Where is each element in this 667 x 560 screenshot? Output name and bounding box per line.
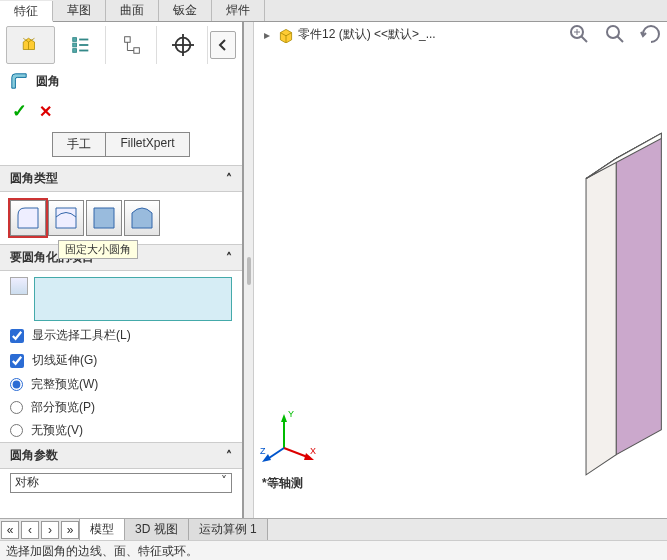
show-toolbar-label: 显示选择工具栏(L): [32, 327, 131, 344]
full-preview-radio[interactable]: [10, 378, 23, 391]
tab-features[interactable]: 特征: [0, 1, 53, 22]
section-params-label: 圆角参数: [10, 447, 58, 464]
tab-scroll-last[interactable]: »: [61, 521, 79, 539]
orientation-triad[interactable]: Y X Z: [260, 404, 320, 464]
breadcrumb-part-label[interactable]: 零件12 (默认) <<默认>_...: [298, 26, 436, 43]
svg-rect-7: [134, 48, 140, 54]
part-icon: [278, 27, 294, 43]
section-fillet-type-label: 圆角类型: [10, 170, 58, 187]
show-toolbar-checkbox[interactable]: [10, 329, 24, 343]
tab-weldment[interactable]: 焊件: [212, 0, 265, 21]
feature-title: 圆角: [36, 73, 60, 90]
symmetric-value: 对称: [15, 475, 39, 489]
svg-text:Z: Z: [260, 446, 266, 456]
fillet-type-row: [0, 192, 242, 244]
tab-sketch[interactable]: 草图: [53, 0, 106, 21]
feature-tree-icon: [21, 36, 39, 54]
crosshair-icon: [172, 34, 194, 56]
bottom-tabs: « ‹ › » 模型 3D 视图 运动算例 1: [0, 518, 667, 540]
zoom-fit-icon[interactable]: [567, 22, 591, 46]
svg-marker-23: [281, 414, 287, 422]
feature-title-row: 圆角: [0, 68, 242, 94]
zoom-area-icon[interactable]: [603, 22, 627, 46]
symmetric-row: 对称 ˅: [0, 469, 242, 497]
command-manager-tabs: 特征 草图 曲面 钣金 焊件: [0, 0, 667, 22]
chevron-down-icon: ˅: [221, 474, 227, 488]
svg-marker-18: [586, 158, 616, 474]
svg-text:X: X: [310, 446, 316, 456]
tab-surface[interactable]: 曲面: [106, 0, 159, 21]
collapse-icon[interactable]: ˄: [226, 172, 232, 186]
panel-tab-row: [0, 22, 242, 68]
manual-mode-button[interactable]: 手工: [52, 132, 105, 157]
breadcrumb-back-icon[interactable]: ▸: [260, 28, 274, 42]
tooltip: 固定大小圆角: [58, 240, 138, 259]
panel-scroll-button[interactable]: [210, 31, 236, 59]
no-preview-label: 无预览(V): [31, 422, 83, 439]
property-tab[interactable]: [57, 26, 106, 64]
tangent-label: 切线延伸(G): [32, 352, 97, 369]
collapse-icon[interactable]: ˄: [226, 251, 232, 265]
view-tools: [567, 22, 663, 46]
hierarchy-icon: [121, 34, 143, 56]
view-orientation-label: *等轴测: [262, 475, 303, 492]
partial-preview-row[interactable]: 部分预览(P): [0, 396, 242, 419]
grip-icon: [247, 257, 251, 285]
rotate-view-icon[interactable]: [639, 22, 663, 46]
section-params[interactable]: 圆角参数 ˄: [0, 442, 242, 469]
no-preview-row[interactable]: 无预览(V): [0, 419, 242, 442]
svg-line-12: [581, 36, 587, 42]
tab-sheetmetal[interactable]: 钣金: [159, 0, 212, 21]
bottom-tab-3dview[interactable]: 3D 视图: [124, 518, 189, 541]
list-icon: [70, 34, 92, 56]
selection-filter-icon[interactable]: [10, 277, 28, 295]
svg-text:Y: Y: [288, 409, 294, 419]
section-fillet-type[interactable]: 圆角类型 ˄: [0, 165, 242, 192]
tab-scroll-next[interactable]: ›: [41, 521, 59, 539]
variable-fillet-button[interactable]: [48, 200, 84, 236]
svg-rect-0: [73, 38, 77, 42]
feature-tree-tab[interactable]: [6, 26, 55, 64]
collapse-icon[interactable]: ˄: [226, 449, 232, 463]
face-fillet-button[interactable]: [86, 200, 122, 236]
tab-scroll-prev[interactable]: ‹: [21, 521, 39, 539]
partial-preview-radio[interactable]: [10, 401, 23, 414]
config-tab[interactable]: [108, 26, 157, 64]
full-preview-row[interactable]: 完整预览(W): [0, 373, 242, 396]
cancel-button[interactable]: ✕: [39, 102, 52, 121]
svg-rect-2: [73, 49, 77, 53]
constant-fillet-button[interactable]: [10, 200, 46, 236]
ok-button[interactable]: ✓: [12, 100, 27, 122]
svg-marker-17: [616, 133, 661, 454]
graphics-area: ▸ 零件12 (默认) <<默认>_... Y X Z: [254, 22, 667, 520]
no-preview-radio[interactable]: [10, 424, 23, 437]
action-row: ✓ ✕: [0, 94, 242, 128]
filletxpert-mode-button[interactable]: FilletXpert: [105, 132, 189, 157]
bottom-tab-motion[interactable]: 运动算例 1: [188, 518, 268, 541]
bottom-tab-model[interactable]: 模型: [79, 518, 125, 541]
splitter-handle[interactable]: [244, 22, 254, 520]
symmetric-dropdown[interactable]: 对称 ˅: [10, 473, 232, 493]
show-toolbar-row[interactable]: 显示选择工具栏(L): [0, 323, 242, 348]
svg-rect-1: [73, 43, 77, 47]
mode-row: 手工 FilletXpert: [0, 128, 242, 165]
items-section: [0, 271, 242, 323]
status-bar: 选择加圆角的边线、面、特征或环。: [0, 540, 667, 560]
full-preview-label: 完整预览(W): [31, 376, 98, 393]
status-text: 选择加圆角的边线、面、特征或环。: [6, 544, 198, 558]
tangent-row[interactable]: 切线延伸(G): [0, 348, 242, 373]
selection-list[interactable]: [34, 277, 232, 321]
tangent-checkbox[interactable]: [10, 354, 24, 368]
svg-rect-6: [124, 37, 130, 43]
partial-preview-label: 部分预览(P): [31, 399, 95, 416]
display-tab[interactable]: [159, 26, 208, 64]
property-manager: ? 圆角 ✓ ✕ 手工 FilletXpert 圆角类型 ˄ 固定大小圆角 要圆…: [0, 22, 244, 520]
fillet-icon: [10, 72, 28, 90]
svg-line-16: [617, 36, 623, 42]
tab-scroll-first[interactable]: «: [1, 521, 19, 539]
chevron-left-icon: [216, 38, 230, 52]
full-round-fillet-button[interactable]: [124, 200, 160, 236]
